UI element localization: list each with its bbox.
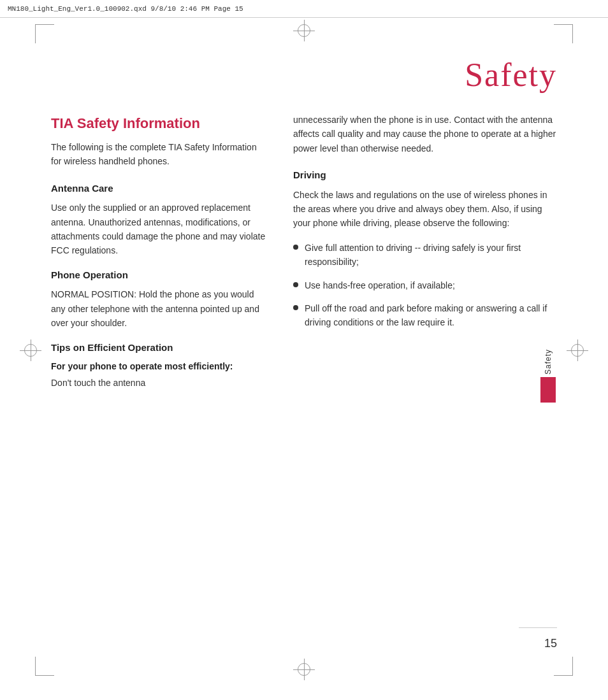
antenna-care-heading: Antenna Care [51, 182, 268, 196]
bullet-text-2: Use hands-free operation, if available; [305, 278, 455, 292]
side-mark-right [571, 344, 584, 357]
antenna-care-body: Use only the supplied or an approved rep… [51, 201, 268, 258]
side-tab: Safety [539, 349, 557, 403]
header-bar: MN180_Light_Eng_Ver1.0_100902.qxd 9/8/10… [0, 0, 608, 18]
center-mark-bottom [298, 663, 310, 676]
driving-bullets: Give full attention to driving -- drivin… [293, 241, 557, 330]
phone-operation-body: NORMAL POSITION: Hold the phone as you w… [51, 287, 268, 330]
driving-intro: Check the laws and regulations on the us… [293, 188, 557, 231]
right-intro-text: unnecessarily when the phone is in use. … [293, 113, 557, 155]
bottom-divider [519, 627, 557, 628]
efficient-operation-body: Don't touch the antenna [51, 376, 268, 390]
content-area: Safety TIA Safety Information The follow… [51, 43, 557, 657]
driving-heading: Driving [293, 168, 557, 183]
two-column-layout: TIA Safety Information The following is … [51, 113, 557, 400]
tia-section-title: TIA Safety Information [51, 113, 268, 134]
right-column: unnecessarily when the phone is in use. … [293, 113, 557, 400]
bullet-item-3: Pull off the road and park before making… [293, 301, 557, 330]
bullet-dot-2 [293, 282, 298, 287]
page-number: 15 [544, 637, 557, 650]
side-tab-label: Safety [544, 349, 553, 375]
corner-mark-bottom-right [554, 657, 573, 676]
corner-mark-top-left [35, 24, 54, 43]
bullet-dot-3 [293, 305, 298, 310]
header-text: MN180_Light_Eng_Ver1.0_100902.qxd 9/8/10… [8, 5, 243, 13]
bullet-dot-1 [293, 245, 298, 250]
page-title: Safety [51, 56, 557, 94]
bullet-item-2: Use hands-free operation, if available; [293, 278, 557, 292]
tia-intro-text: The following is the complete TIA Safety… [51, 140, 268, 169]
page-container: MN180_Light_Eng_Ver1.0_100902.qxd 9/8/10… [0, 0, 608, 700]
corner-mark-top-right [554, 24, 573, 43]
bullet-text-1: Give full attention to driving -- drivin… [305, 241, 557, 269]
bullet-item-1: Give full attention to driving -- drivin… [293, 241, 557, 269]
side-tab-bar [540, 377, 556, 403]
bullet-text-3: Pull off the road and park before making… [305, 301, 557, 330]
page-title-container: Safety [51, 56, 557, 94]
center-mark-top [298, 24, 310, 37]
side-mark-left [24, 344, 37, 357]
efficient-operation-heading: Tips on Efficient Operation [51, 341, 268, 355]
efficient-operation-subhead: For your phone to operate most efficient… [51, 360, 268, 373]
corner-mark-bottom-left [35, 657, 54, 676]
left-column: TIA Safety Information The following is … [51, 113, 268, 400]
phone-operation-heading: Phone Operation [51, 268, 268, 283]
